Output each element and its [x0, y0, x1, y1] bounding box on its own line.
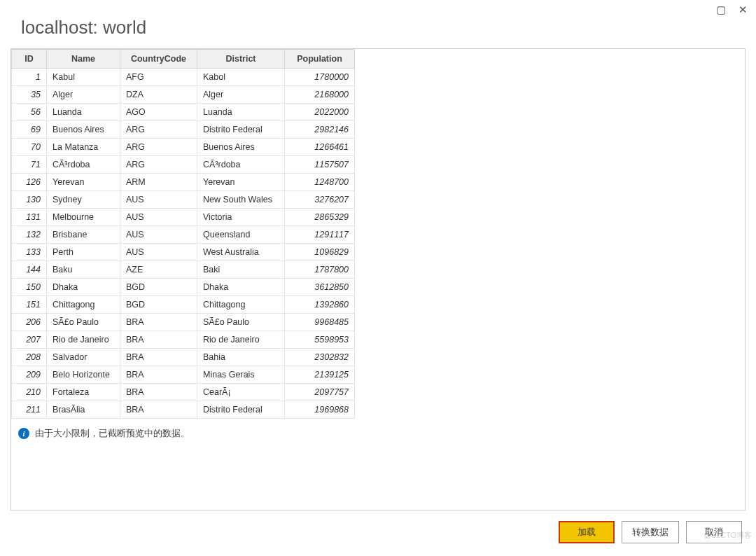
- cell-countrycode: DZA: [120, 86, 197, 104]
- cell-countrycode: AUS: [120, 209, 197, 226]
- cell-population: 9968485: [285, 314, 355, 331]
- cell-district: Luanda: [197, 104, 285, 121]
- cell-district: CearÃ¡: [197, 384, 285, 401]
- table-row[interactable]: 151ChittagongBGDChittagong1392860: [12, 296, 355, 314]
- window-controls: ▢ ✕: [716, 4, 748, 15]
- table-row[interactable]: 207Rio de JaneiroBRARio de Janeiro559895…: [12, 331, 355, 349]
- cell-district: Baki: [197, 261, 285, 279]
- transform-button[interactable]: 转换数据: [622, 521, 679, 543]
- table-row[interactable]: 35AlgerDZAAlger2168000: [12, 86, 355, 104]
- maximize-icon[interactable]: ▢: [716, 4, 726, 15]
- table-row[interactable]: 144BakuAZEBaki1787800: [12, 261, 355, 279]
- cell-id: 151: [12, 296, 47, 314]
- cell-district: Alger: [197, 86, 285, 104]
- table-row[interactable]: 208SalvadorBRABahia2302832: [12, 349, 355, 366]
- cell-id: 144: [12, 261, 47, 279]
- cell-name: Chittagong: [47, 296, 120, 314]
- cell-population: 1096829: [285, 244, 355, 261]
- close-icon[interactable]: ✕: [738, 4, 748, 15]
- page-title: localhost: world: [0, 0, 756, 48]
- cell-population: 3612850: [285, 279, 355, 296]
- cell-name: BrasÃ­lia: [47, 401, 120, 419]
- cell-name: Rio de Janeiro: [47, 331, 120, 349]
- cell-countrycode: BRA: [120, 349, 197, 366]
- cell-countrycode: BGD: [120, 279, 197, 296]
- table-row[interactable]: 1KabulAFGKabol1780000: [12, 69, 355, 86]
- cell-countrycode: AUS: [120, 191, 197, 209]
- cell-district: Chittagong: [197, 296, 285, 314]
- cell-district: Yerevan: [197, 174, 285, 191]
- cancel-button[interactable]: 取消: [686, 521, 742, 543]
- cell-population: 2865329: [285, 209, 355, 226]
- load-button[interactable]: 加载: [559, 521, 615, 543]
- cell-population: 5598953: [285, 331, 355, 349]
- cell-countrycode: AUS: [120, 244, 197, 261]
- cell-district: Rio de Janeiro: [197, 331, 285, 349]
- cell-name: Dhaka: [47, 279, 120, 296]
- cell-population: 2022000: [285, 104, 355, 121]
- cell-countrycode: BRA: [120, 384, 197, 401]
- cell-name: Yerevan: [47, 174, 120, 191]
- truncation-notice: i 由于大小限制，已截断预览中的数据。: [11, 419, 745, 448]
- cell-name: CÃ³rdoba: [47, 156, 120, 174]
- table-row[interactable]: 150DhakaBGDDhaka3612850: [12, 279, 355, 296]
- cell-name: Sydney: [47, 191, 120, 209]
- cell-id: 1: [12, 69, 47, 86]
- cell-population: 1291117: [285, 226, 355, 244]
- table-row[interactable]: 133PerthAUSWest Australia1096829: [12, 244, 355, 261]
- table-row[interactable]: 69Buenos AiresARGDistrito Federal2982146: [12, 121, 355, 139]
- cell-name: Melbourne: [47, 209, 120, 226]
- cell-id: 130: [12, 191, 47, 209]
- data-table-wrap: ID Name CountryCode District Population …: [11, 49, 745, 419]
- cell-name: Brisbane: [47, 226, 120, 244]
- cell-district: Distrito Federal: [197, 121, 285, 139]
- cell-population: 2168000: [285, 86, 355, 104]
- table-row[interactable]: 71CÃ³rdobaARGCÃ³rdoba1157507: [12, 156, 355, 174]
- cell-district: Bahia: [197, 349, 285, 366]
- cell-countrycode: BGD: [120, 296, 197, 314]
- preview-panel: ID Name CountryCode District Population …: [10, 48, 746, 510]
- col-header-name[interactable]: Name: [47, 50, 120, 69]
- cell-district: Minas Gerais: [197, 366, 285, 384]
- cell-id: 35: [12, 86, 47, 104]
- table-row[interactable]: 131MelbourneAUSVictoria2865329: [12, 209, 355, 226]
- col-header-countrycode[interactable]: CountryCode: [120, 50, 197, 69]
- cell-population: 1248700: [285, 174, 355, 191]
- cell-name: Alger: [47, 86, 120, 104]
- table-row[interactable]: 56LuandaAGOLuanda2022000: [12, 104, 355, 121]
- cell-countrycode: BRA: [120, 331, 197, 349]
- cell-population: 1969868: [285, 401, 355, 419]
- table-row[interactable]: 132BrisbaneAUSQueensland1291117: [12, 226, 355, 244]
- cell-district: Queensland: [197, 226, 285, 244]
- cell-id: 69: [12, 121, 47, 139]
- cell-district: CÃ³rdoba: [197, 156, 285, 174]
- cell-countrycode: BRA: [120, 314, 197, 331]
- table-row[interactable]: 209Belo HorizonteBRAMinas Gerais2139125: [12, 366, 355, 384]
- table-row[interactable]: 130SydneyAUSNew South Wales3276207: [12, 191, 355, 209]
- cell-countrycode: BRA: [120, 366, 197, 384]
- cell-id: 150: [12, 279, 47, 296]
- table-row[interactable]: 206SÃ£o PauloBRASÃ£o Paulo9968485: [12, 314, 355, 331]
- cell-district: Kabol: [197, 69, 285, 86]
- col-header-id[interactable]: ID: [12, 50, 47, 69]
- cell-population: 1266461: [285, 139, 355, 156]
- table-row[interactable]: 126YerevanARMYerevan1248700: [12, 174, 355, 191]
- table-row[interactable]: 70La MatanzaARGBuenos Aires1266461: [12, 139, 355, 156]
- cell-id: 56: [12, 104, 47, 121]
- col-header-district[interactable]: District: [197, 50, 285, 69]
- cell-district: Dhaka: [197, 279, 285, 296]
- cell-name: Salvador: [47, 349, 120, 366]
- cell-population: 2302832: [285, 349, 355, 366]
- data-table: ID Name CountryCode District Population …: [11, 49, 355, 419]
- cell-name: Belo Horizonte: [47, 366, 120, 384]
- table-row[interactable]: 211BrasÃ­liaBRADistrito Federal1969868: [12, 401, 355, 419]
- cell-name: Perth: [47, 244, 120, 261]
- cell-id: 131: [12, 209, 47, 226]
- cell-population: 1392860: [285, 296, 355, 314]
- col-header-population[interactable]: Population: [285, 50, 355, 69]
- cell-population: 2139125: [285, 366, 355, 384]
- info-icon: i: [18, 428, 29, 439]
- dialog-button-bar: 加载 转换数据 取消: [559, 521, 742, 543]
- cell-population: 3276207: [285, 191, 355, 209]
- table-row[interactable]: 210FortalezaBRACearÃ¡2097757: [12, 384, 355, 401]
